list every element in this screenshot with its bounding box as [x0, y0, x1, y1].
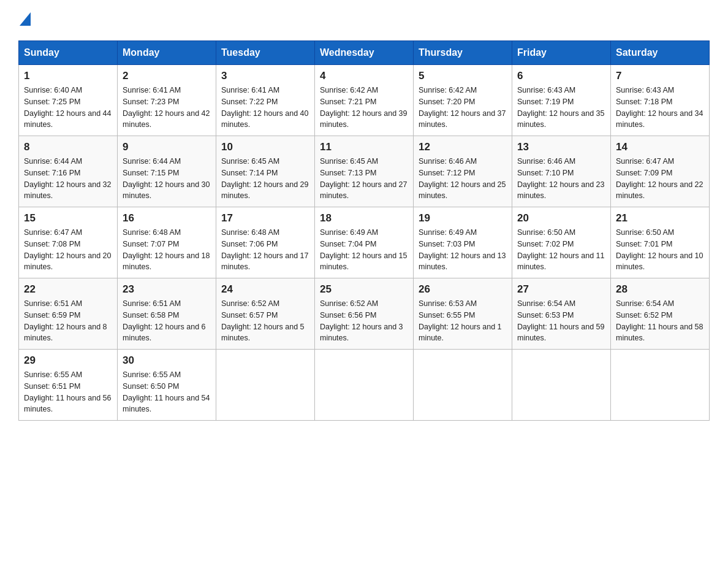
calendar-cell: 18 Sunrise: 6:49 AMSunset: 7:04 PMDaylig… [315, 207, 414, 278]
day-info: Sunrise: 6:43 AMSunset: 7:19 PMDaylight:… [517, 86, 604, 129]
day-number: 1 [24, 70, 112, 82]
day-info: Sunrise: 6:41 AMSunset: 7:23 PMDaylight:… [123, 86, 210, 129]
calendar-week-row: 8 Sunrise: 6:44 AMSunset: 7:16 PMDayligh… [19, 136, 710, 207]
calendar-cell: 8 Sunrise: 6:44 AMSunset: 7:16 PMDayligh… [19, 136, 118, 207]
calendar-week-row: 22 Sunrise: 6:51 AMSunset: 6:59 PMDaylig… [19, 278, 710, 350]
calendar-cell: 17 Sunrise: 6:48 AMSunset: 7:06 PMDaylig… [216, 207, 315, 278]
day-number: 7 [616, 70, 704, 82]
calendar-week-row: 29 Sunrise: 6:55 AMSunset: 6:51 PMDaylig… [19, 350, 710, 421]
day-info: Sunrise: 6:55 AMSunset: 6:50 PMDaylight:… [123, 370, 210, 413]
day-info: Sunrise: 6:47 AMSunset: 7:09 PMDaylight:… [616, 157, 703, 200]
calendar-cell: 30 Sunrise: 6:55 AMSunset: 6:50 PMDaylig… [118, 350, 216, 421]
day-number: 16 [123, 212, 211, 224]
day-info: Sunrise: 6:53 AMSunset: 6:55 PMDaylight:… [419, 299, 502, 342]
day-number: 27 [517, 283, 605, 296]
day-number: 10 [221, 141, 309, 153]
day-info: Sunrise: 6:44 AMSunset: 7:16 PMDaylight:… [24, 157, 111, 200]
calendar-table: SundayMondayTuesdayWednesdayThursdayFrid… [18, 40, 710, 421]
day-info: Sunrise: 6:46 AMSunset: 7:12 PMDaylight:… [419, 157, 506, 200]
day-number: 20 [517, 212, 605, 224]
calendar-week-row: 1 Sunrise: 6:40 AMSunset: 7:25 PMDayligh… [19, 65, 710, 136]
calendar-cell: 15 Sunrise: 6:47 AMSunset: 7:08 PMDaylig… [19, 207, 118, 278]
calendar-cell: 1 Sunrise: 6:40 AMSunset: 7:25 PMDayligh… [19, 65, 118, 136]
day-number: 30 [123, 354, 211, 367]
calendar-cell: 26 Sunrise: 6:53 AMSunset: 6:55 PMDaylig… [414, 278, 512, 350]
calendar-cell: 27 Sunrise: 6:54 AMSunset: 6:53 PMDaylig… [512, 278, 611, 350]
day-number: 28 [616, 283, 704, 296]
weekday-header-tuesday: Tuesday [216, 41, 315, 65]
day-number: 24 [221, 283, 309, 296]
logo-triangle-icon [20, 12, 31, 26]
weekday-header-friday: Friday [512, 41, 611, 65]
day-info: Sunrise: 6:48 AMSunset: 7:06 PMDaylight:… [221, 228, 308, 271]
weekday-header-row: SundayMondayTuesdayWednesdayThursdayFrid… [19, 41, 710, 65]
calendar-cell [512, 350, 611, 421]
day-info: Sunrise: 6:41 AMSunset: 7:22 PMDaylight:… [221, 86, 308, 129]
day-number: 23 [123, 283, 211, 296]
day-info: Sunrise: 6:42 AMSunset: 7:21 PMDaylight:… [320, 86, 407, 129]
day-number: 2 [123, 70, 211, 82]
calendar-cell [611, 350, 710, 421]
day-number: 29 [24, 354, 112, 367]
page-header [18, 12, 710, 28]
day-number: 17 [221, 212, 309, 224]
day-info: Sunrise: 6:43 AMSunset: 7:18 PMDaylight:… [616, 86, 703, 129]
calendar-cell: 3 Sunrise: 6:41 AMSunset: 7:22 PMDayligh… [216, 65, 315, 136]
day-number: 8 [24, 141, 112, 153]
day-info: Sunrise: 6:52 AMSunset: 6:56 PMDaylight:… [320, 299, 403, 342]
calendar-week-row: 15 Sunrise: 6:47 AMSunset: 7:08 PMDaylig… [19, 207, 710, 278]
calendar-cell: 9 Sunrise: 6:44 AMSunset: 7:15 PMDayligh… [118, 136, 216, 207]
day-number: 4 [320, 70, 408, 82]
day-info: Sunrise: 6:55 AMSunset: 6:51 PMDaylight:… [24, 370, 111, 413]
calendar-cell: 4 Sunrise: 6:42 AMSunset: 7:21 PMDayligh… [315, 65, 414, 136]
calendar-cell: 19 Sunrise: 6:49 AMSunset: 7:03 PMDaylig… [414, 207, 512, 278]
day-number: 6 [517, 70, 605, 82]
day-number: 9 [123, 141, 211, 153]
day-number: 12 [419, 141, 507, 153]
calendar-cell: 16 Sunrise: 6:48 AMSunset: 7:07 PMDaylig… [118, 207, 216, 278]
calendar-cell: 11 Sunrise: 6:45 AMSunset: 7:13 PMDaylig… [315, 136, 414, 207]
calendar-cell: 25 Sunrise: 6:52 AMSunset: 6:56 PMDaylig… [315, 278, 414, 350]
calendar-cell: 22 Sunrise: 6:51 AMSunset: 6:59 PMDaylig… [19, 278, 118, 350]
calendar-cell: 10 Sunrise: 6:45 AMSunset: 7:14 PMDaylig… [216, 136, 315, 207]
day-info: Sunrise: 6:52 AMSunset: 6:57 PMDaylight:… [221, 299, 305, 342]
weekday-header-thursday: Thursday [414, 41, 512, 65]
calendar-cell [216, 350, 315, 421]
day-number: 5 [419, 70, 507, 82]
calendar-cell: 23 Sunrise: 6:51 AMSunset: 6:58 PMDaylig… [118, 278, 216, 350]
day-info: Sunrise: 6:45 AMSunset: 7:13 PMDaylight:… [320, 157, 407, 200]
logo [18, 12, 31, 28]
day-info: Sunrise: 6:47 AMSunset: 7:08 PMDaylight:… [24, 228, 111, 271]
day-number: 21 [616, 212, 704, 224]
day-number: 14 [616, 141, 704, 153]
weekday-header-monday: Monday [118, 41, 216, 65]
day-number: 25 [320, 283, 408, 296]
calendar-cell: 5 Sunrise: 6:42 AMSunset: 7:20 PMDayligh… [414, 65, 512, 136]
svg-marker-0 [20, 12, 31, 26]
calendar-cell: 21 Sunrise: 6:50 AMSunset: 7:01 PMDaylig… [611, 207, 710, 278]
day-info: Sunrise: 6:51 AMSunset: 6:59 PMDaylight:… [24, 299, 107, 342]
day-info: Sunrise: 6:44 AMSunset: 7:15 PMDaylight:… [123, 157, 210, 200]
day-info: Sunrise: 6:45 AMSunset: 7:14 PMDaylight:… [221, 157, 308, 200]
day-info: Sunrise: 6:50 AMSunset: 7:01 PMDaylight:… [616, 228, 703, 271]
calendar-cell: 6 Sunrise: 6:43 AMSunset: 7:19 PMDayligh… [512, 65, 611, 136]
day-number: 11 [320, 141, 408, 153]
day-info: Sunrise: 6:54 AMSunset: 6:52 PMDaylight:… [616, 299, 703, 342]
weekday-header-saturday: Saturday [611, 41, 710, 65]
day-info: Sunrise: 6:51 AMSunset: 6:58 PMDaylight:… [123, 299, 206, 342]
calendar-cell: 12 Sunrise: 6:46 AMSunset: 7:12 PMDaylig… [414, 136, 512, 207]
day-info: Sunrise: 6:40 AMSunset: 7:25 PMDaylight:… [24, 86, 111, 129]
day-info: Sunrise: 6:42 AMSunset: 7:20 PMDaylight:… [419, 86, 506, 129]
day-number: 26 [419, 283, 507, 296]
weekday-header-sunday: Sunday [19, 41, 118, 65]
day-info: Sunrise: 6:49 AMSunset: 7:03 PMDaylight:… [419, 228, 506, 271]
day-info: Sunrise: 6:46 AMSunset: 7:10 PMDaylight:… [517, 157, 604, 200]
day-info: Sunrise: 6:50 AMSunset: 7:02 PMDaylight:… [517, 228, 604, 271]
day-number: 3 [221, 70, 309, 82]
weekday-header-wednesday: Wednesday [315, 41, 414, 65]
calendar-cell: 2 Sunrise: 6:41 AMSunset: 7:23 PMDayligh… [118, 65, 216, 136]
calendar-cell [315, 350, 414, 421]
calendar-cell [414, 350, 512, 421]
day-info: Sunrise: 6:49 AMSunset: 7:04 PMDaylight:… [320, 228, 407, 271]
day-info: Sunrise: 6:54 AMSunset: 6:53 PMDaylight:… [517, 299, 604, 342]
